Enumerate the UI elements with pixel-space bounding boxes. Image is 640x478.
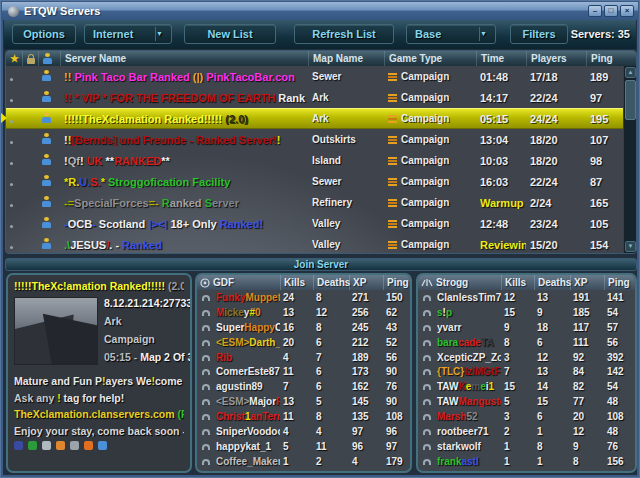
- etqw-server-browser-window: ETQW Servers – □ × Options Internet ▼ Ne…: [0, 0, 640, 478]
- server-name: !![Bernds] und Freunde - Ranked Server!!: [60, 134, 308, 146]
- player-row: frankastl 1 1 8 156: [418, 454, 635, 469]
- favorite-column-header[interactable]: ★: [6, 51, 22, 66]
- server-row[interactable]: -=SpecialForces=- Ranked Server Refinery…: [6, 192, 625, 213]
- voip-icon: [202, 325, 210, 331]
- gdf-column-kills[interactable]: Kills: [280, 275, 313, 290]
- player-name: frankastl: [434, 456, 501, 467]
- game-type-cell: Campaign: [384, 92, 476, 103]
- player-name: {TLC}IzIMGtF: [434, 366, 501, 377]
- column-header-game-type[interactable]: Game Type: [384, 51, 476, 66]
- voip-cell: [418, 396, 434, 407]
- player-name: baracadeTA: [434, 337, 501, 348]
- player-row: happykat_1 5 11 96 97: [197, 439, 410, 454]
- filters-button[interactable]: Filters: [510, 24, 568, 44]
- gdf-players-panel: GDF Kills Deaths XP Ping FunkyMuppet 24 …: [195, 273, 412, 473]
- server-name: *R.U.S.* Stroggofication Facility: [60, 176, 308, 188]
- player-deaths: 6: [534, 337, 570, 348]
- strogg-column-ping[interactable]: Ping: [604, 275, 631, 290]
- player-deaths: 13: [534, 292, 570, 303]
- strogg-column-kills[interactable]: Kills: [501, 275, 534, 290]
- gdf-column-deaths[interactable]: Deaths: [313, 275, 349, 290]
- player-row: ClanlessTim74 12 13 191 141: [418, 290, 635, 305]
- game-type-icon: [388, 94, 397, 102]
- server-row[interactable]: *R.U.S.* Stroggofication Facility Sewer …: [6, 171, 625, 192]
- server-rows: !! Pink Taco Bar Ranked (|) PinkTacoBar.…: [6, 66, 625, 254]
- players-column-header[interactable]: [38, 51, 60, 66]
- refresh-list-button[interactable]: Refresh List: [294, 24, 394, 44]
- column-header-ping[interactable]: Ping: [586, 51, 625, 66]
- player-name: ComerEste87: [213, 366, 280, 377]
- player-ping: 142: [604, 366, 631, 377]
- scroll-up-icon[interactable]: ▲: [625, 67, 636, 78]
- game-type-icon: [388, 220, 397, 228]
- map-name: Ark: [308, 92, 384, 103]
- players-icon-cell: [38, 112, 60, 125]
- favorite-dot-icon: [6, 92, 22, 104]
- server-row[interactable]: !![Bernds] und Freunde - Ranked Server!!…: [6, 129, 625, 150]
- server-row[interactable]: !!!!!TheXc!amation Ranked!!!!! (2.0) Ark…: [6, 108, 625, 129]
- player-name: yvarr: [434, 322, 501, 333]
- player-name: rootbeer71: [434, 426, 501, 437]
- players-icon-cell: [38, 217, 60, 230]
- strogg-column-deaths[interactable]: Deaths: [534, 275, 570, 290]
- voip-cell: [418, 426, 434, 437]
- favorite-dot-icon: [6, 155, 22, 167]
- server-row[interactable]: -OCB- Scotland |><| 18+ Only Ranked! Val…: [6, 213, 625, 234]
- player-xp: 4: [349, 456, 383, 467]
- server-row[interactable]: !! * VIP * FOR THE FREEDOM OF EARTH Rank…: [6, 87, 625, 108]
- player-kills: 4: [280, 426, 313, 437]
- players-icon-cell: [38, 91, 60, 104]
- player-ping: 179: [383, 456, 410, 467]
- server-list-scrollbar[interactable]: ▲ ▼: [623, 66, 636, 253]
- player-name: XcepticZP_Zoki: [434, 352, 501, 363]
- player-xp: 111: [570, 337, 604, 348]
- servers-count-label: Servers:: [571, 28, 615, 40]
- scroll-down-icon[interactable]: ▼: [625, 241, 636, 252]
- voip-cell: [418, 381, 434, 392]
- strogg-column-xp[interactable]: XP: [570, 275, 604, 290]
- gdf-column-xp[interactable]: XP: [349, 275, 383, 290]
- details-map-progress: 05:15 - Map 2 Of 3: [104, 351, 192, 363]
- server-row[interactable]: .\JESUS/. - Ranked Valley Campaign Revie…: [6, 234, 625, 254]
- player-row: SuperHappyCov 16 8 245 43: [197, 320, 410, 335]
- player-ping: 48: [604, 426, 631, 437]
- column-header-time[interactable]: Time: [476, 51, 526, 66]
- map-name: Island: [308, 155, 384, 166]
- column-header-map-name[interactable]: Map Name: [308, 51, 384, 66]
- column-header-server-name[interactable]: Server Name: [60, 51, 308, 66]
- player-icon: [43, 53, 52, 64]
- server-row[interactable]: !Qf! UK **RANKED** Island Campaign 10:03…: [6, 150, 625, 171]
- voip-icon: [202, 429, 210, 435]
- voip-cell: [197, 352, 213, 363]
- players-cell: 18/20: [526, 134, 586, 146]
- column-header-players[interactable]: Players: [526, 51, 586, 66]
- player-xp: 82: [570, 381, 604, 392]
- map-name: Refinery: [308, 197, 384, 208]
- player-ping: 54: [604, 381, 631, 392]
- voip-icon: [202, 414, 210, 420]
- maximize-button[interactable]: □: [604, 5, 618, 17]
- gdf-player-rows: FunkyMuppet 24 8 271 150 Mickey#0 13 12 …: [197, 290, 410, 469]
- scrollbar-thumb[interactable]: [625, 80, 636, 120]
- voip-cell: [418, 307, 434, 318]
- player-deaths: 8: [313, 322, 349, 333]
- gdf-faction-label: GDF: [213, 277, 234, 288]
- base-dropdown[interactable]: Base ▼: [406, 24, 496, 44]
- voip-icon: [423, 325, 431, 331]
- options-button[interactable]: Options: [12, 24, 76, 44]
- server-motd: Mature and Fun P!ayers We!come Ask any !…: [14, 375, 184, 437]
- minimize-button[interactable]: –: [588, 5, 602, 17]
- password-column-header[interactable]: [22, 51, 38, 66]
- player-deaths: 6: [313, 337, 349, 348]
- ping-cell: 165: [586, 197, 625, 209]
- close-button[interactable]: ×: [620, 5, 634, 17]
- source-dropdown[interactable]: Internet ▼: [84, 24, 172, 44]
- join-server-button[interactable]: Join Server: [5, 258, 637, 271]
- ping-cell: 98: [586, 155, 625, 167]
- chevron-down-icon: ▼: [155, 27, 169, 41]
- player-kills: 11: [280, 411, 313, 422]
- server-row[interactable]: !! Pink Taco Bar Ranked (|) PinkTacoBar.…: [6, 66, 625, 87]
- time-cell: 12:48: [476, 218, 526, 230]
- new-list-button[interactable]: New List: [184, 24, 276, 44]
- gdf-column-ping[interactable]: Ping: [383, 275, 410, 290]
